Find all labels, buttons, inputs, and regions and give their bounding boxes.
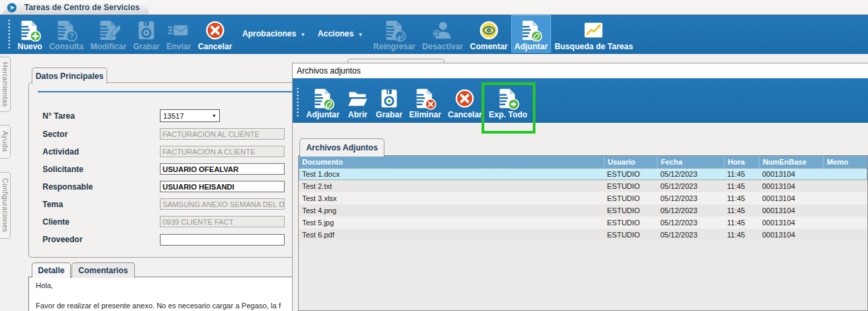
aprobaciones-label: Aprobaciones — [242, 29, 296, 38]
dialog-titlebar[interactable]: Archivos adjuntos — [293, 63, 868, 78]
cancelar-button[interactable]: Cancelar — [194, 15, 235, 53]
document-question-icon: ? — [55, 19, 78, 42]
table-row[interactable]: Test 6.pdf ESTUDIO 05/12/2023 11:45 0001… — [299, 229, 867, 241]
archivos-adjuntos-dialog: Archivos adjuntos Adjuntar Abrir — [292, 63, 868, 311]
tab-archivos-adjuntos[interactable]: Archivos Adjuntos — [299, 138, 384, 157]
chevron-down-icon: ▼ — [357, 32, 363, 38]
combo-arrow-icon[interactable]: ▼ — [212, 113, 219, 118]
main-toolbar: Nuevo ? Consulta Modificar Grabar Enviar — [0, 15, 868, 54]
window-tab-strip: Tareas de Centro de Servicios — [0, 0, 868, 15]
busqueda-de-tareas-label: Busqueda de Tareas — [554, 42, 633, 52]
consulta-button[interactable]: ? Consulta — [46, 15, 87, 53]
ayuda-label: Ayuda — [1, 131, 9, 152]
aprobaciones-menu[interactable]: Aprobaciones ▼ — [242, 29, 306, 38]
dialog-cancelar-label: Cancelar — [448, 110, 482, 120]
cancel-icon — [453, 87, 476, 110]
table-row[interactable]: Test 2.txt ESTUDIO 05/12/2023 11:45 0001… — [299, 180, 867, 192]
comentarios-label: Comentarios — [78, 266, 127, 275]
solicitante-label: Solicitante — [42, 165, 84, 174]
save-icon — [378, 87, 401, 110]
nuevo-label: Nuevo — [18, 42, 42, 52]
adjuntar-label: Adjuntar — [515, 42, 548, 52]
dialog-grabar-button[interactable]: Grabar — [372, 83, 405, 121]
eye-icon — [478, 19, 500, 42]
dialog-grabar-label: Grabar — [376, 110, 402, 120]
cancelar-label: Cancelar — [198, 42, 232, 52]
table-row[interactable]: Test 5.jpg ESTUDIO 05/12/2023 11:45 0001… — [299, 217, 867, 229]
grabar-label: Grabar — [133, 42, 159, 52]
col-documento[interactable]: Documento — [299, 156, 604, 168]
enviar-label: Enviar — [167, 42, 192, 52]
toolbar-grip[interactable] — [8, 19, 10, 50]
col-hora[interactable]: Hora — [724, 156, 759, 168]
dialog-adjuntar-button[interactable]: Adjuntar — [303, 83, 343, 121]
herramientas-label: Herramientas — [1, 62, 9, 107]
proveedor-field[interactable] — [160, 234, 285, 246]
solicitante-field[interactable]: USUARIO OFEALVAR — [160, 163, 285, 175]
sector-label: Sector — [42, 130, 67, 139]
desactivar-label: Desactivar — [422, 42, 463, 52]
n-tarea-combobox[interactable]: 13517 ▼ — [160, 109, 220, 122]
acciones-label: Acciones — [318, 29, 353, 38]
folder-open-icon — [346, 87, 369, 110]
dialog-toolbar-grip[interactable] — [297, 87, 299, 118]
document-delete-icon — [413, 87, 436, 110]
grabar-button[interactable]: Grabar — [129, 15, 163, 53]
actividad-field: FACTURACIÓN A CLIENTE — [160, 146, 285, 157]
datos-principales-label: Datos Principales — [36, 72, 104, 81]
document-attach-icon — [312, 87, 335, 110]
sidebar-tab-ayuda[interactable]: Ayuda — [0, 125, 11, 159]
modificar-label: Modificar — [90, 42, 126, 52]
table-row[interactable]: Test 3.xlsx ESTUDIO 05/12/2023 11:45 000… — [299, 192, 867, 204]
configuraciones-label: Configuraciones — [1, 178, 9, 232]
tab-datos-principales[interactable]: Datos Principales — [32, 67, 107, 84]
document-add-icon — [18, 19, 41, 42]
dialog-title: Archivos adjuntos — [297, 66, 361, 76]
proveedor-label: Proveedor — [42, 235, 82, 244]
cliente-field: 0939 CLIENTE FACT. — [160, 216, 285, 227]
table-row[interactable]: Test 1.docx ESTUDIO 05/12/2023 11:45 000… — [299, 168, 867, 180]
cliente-label: Cliente — [42, 217, 69, 227]
tab-comentarios[interactable]: Comentarios — [71, 262, 135, 278]
dialog-abrir-button[interactable]: Abrir — [343, 83, 372, 121]
annotation-highlight-box — [482, 82, 536, 134]
window-tab[interactable]: Tareas de Centro de Servicios — [1, 1, 149, 14]
svg-text:?: ? — [70, 32, 74, 40]
dialog-eliminar-label: Eliminar — [409, 110, 441, 120]
tab-detalle[interactable]: Detalle — [32, 262, 71, 278]
detalle-label: Detalle — [38, 266, 64, 275]
sidebar-tab-herramientas[interactable]: Herramientas — [0, 57, 11, 112]
user-deactivate-icon — [431, 19, 454, 42]
tema-label: Tema — [42, 200, 63, 209]
comentar-button[interactable]: Comentar — [467, 15, 511, 53]
enviar-button[interactable]: Enviar — [163, 15, 195, 53]
dialog-toolbar: Adjuntar Abrir Grabar Eliminar — [293, 78, 868, 123]
consulta-label: Consulta — [49, 42, 84, 52]
col-usuario[interactable]: Usuario — [604, 156, 657, 168]
send-mail-icon — [167, 19, 190, 42]
responsable-label: Responsable — [42, 182, 93, 192]
reingresar-button[interactable]: Reingresar — [370, 15, 419, 53]
n-tarea-value: 13517 — [163, 112, 184, 120]
busqueda-de-tareas-button[interactable]: Busqueda de Tareas — [551, 15, 636, 53]
cancel-icon — [204, 19, 227, 42]
dialog-cancelar-button[interactable]: Cancelar — [444, 83, 486, 121]
comentar-label: Comentar — [470, 42, 508, 52]
dialog-abrir-label: Abrir — [348, 110, 368, 120]
dialog-adjuntar-label: Adjuntar — [306, 110, 339, 120]
col-fecha[interactable]: Fecha — [657, 156, 724, 168]
nuevo-button[interactable]: Nuevo — [14, 15, 46, 53]
dialog-eliminar-button[interactable]: Eliminar — [406, 83, 444, 121]
attachments-table: Documento Usuario Fecha Hora NumEnBase M… — [298, 155, 868, 311]
col-numenbase[interactable]: NumEnBase — [759, 156, 823, 168]
responsable-field[interactable]: USUARIO HEISANDI — [160, 181, 285, 192]
modificar-button[interactable]: Modificar — [87, 15, 129, 53]
table-row[interactable]: Test 4.png ESTUDIO 05/12/2023 11:45 0001… — [299, 204, 867, 217]
sidebar-tab-configuraciones[interactable]: Configuraciones — [0, 172, 11, 239]
table-header-row: Documento Usuario Fecha Hora NumEnBase M… — [299, 156, 867, 168]
acciones-menu[interactable]: Acciones ▼ — [318, 29, 363, 38]
desactivar-button[interactable]: Desactivar — [419, 15, 467, 53]
document-return-icon — [383, 19, 406, 42]
adjuntar-button[interactable]: Adjuntar — [511, 15, 551, 53]
col-memo[interactable]: Memo — [823, 156, 867, 168]
